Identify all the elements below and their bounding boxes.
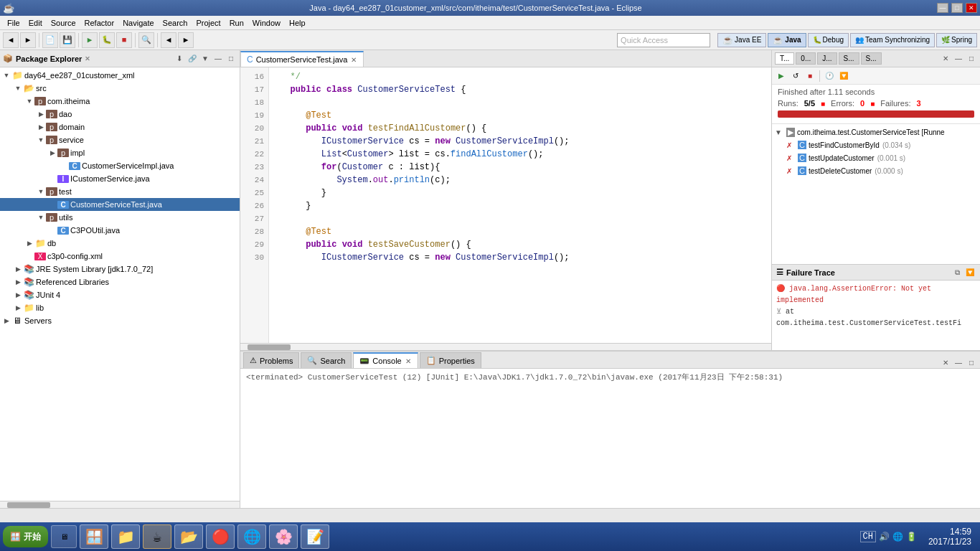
toolbar-search[interactable]: 🔍 — [138, 32, 154, 48]
persp-java-ee[interactable]: ☕ Java EE — [717, 33, 766, 47]
close-button[interactable]: ✕ — [966, 3, 977, 13]
taskbar-app-6[interactable]: 🌐 — [237, 524, 266, 549]
toolbar-forward[interactable]: ▶ — [20, 32, 36, 48]
bottom-min-btn[interactable]: — — [953, 357, 964, 368]
tree-item-domain[interactable]: ▶ p domain — [0, 121, 240, 133]
jt-item-test2[interactable]: ✗ C testUpdateCustomer (0.001 s) — [772, 151, 980, 164]
junit-tab-t[interactable]: T... — [775, 52, 794, 65]
menu-refactor[interactable]: Refactor — [80, 17, 119, 29]
left-scrollbar-thumb[interactable] — [7, 502, 50, 508]
trace-filter-btn[interactable]: 🔽 — [964, 267, 976, 278]
tree-item-service[interactable]: ▼ p service — [0, 133, 240, 146]
junit-filter-button[interactable]: 🔽 — [837, 70, 850, 83]
tree-item-c3p0config[interactable]: X c3p0-config.xml — [0, 250, 240, 263]
tree-item-src[interactable]: ▼ 📂 src — [0, 82, 240, 95]
tree-item-db[interactable]: ▶ 📁 db — [0, 237, 240, 250]
tab-search[interactable]: 🔍 Search — [301, 352, 352, 368]
junit-tab-j[interactable]: J... — [817, 52, 837, 65]
junit-max-button[interactable]: □ — [966, 53, 977, 65]
menu-search[interactable]: Search — [159, 17, 192, 29]
junit-min-button[interactable]: — — [953, 53, 964, 65]
taskbar-app-7[interactable]: 🌸 — [269, 524, 298, 549]
tree-item-root[interactable]: ▼ 📁 day64_ee287_01customer_xml — [0, 69, 240, 82]
editor-scrollbar-h[interactable] — [240, 343, 771, 350]
jt-item-suite[interactable]: ▼ ▶ com.itheima.test.CustomerServiceTest… — [772, 126, 980, 138]
tab-customerservicetest[interactable]: C CustomerServiceTest.java ✕ — [240, 51, 364, 67]
tab-console[interactable]: 📟 Console ✕ — [353, 352, 418, 368]
toolbar-save[interactable]: 💾 — [60, 32, 75, 48]
maximize-button[interactable]: □ — [951, 3, 963, 13]
bottom-max-btn[interactable]: □ — [966, 357, 977, 368]
menu-source[interactable]: Source — [47, 17, 80, 29]
toolbar-new[interactable]: 📄 — [42, 32, 58, 48]
junit-history-button[interactable]: 🕐 — [823, 70, 836, 83]
bottom-close-btn[interactable]: ✕ — [940, 357, 951, 368]
tree-item-junit4[interactable]: ▶ 📚 JUnit 4 — [0, 288, 240, 301]
tree-item-jre[interactable]: ▶ 📚 JRE System Library [jdk1.7.0_72] — [0, 263, 240, 276]
tree-item-customerserviceimpl[interactable]: C CustomerServiceImpl.java — [0, 159, 240, 172]
menu-help[interactable]: Help — [285, 17, 310, 29]
junit-rerun-button[interactable]: ↺ — [789, 70, 802, 83]
tab-close-button[interactable]: ✕ — [350, 56, 357, 64]
menu-edit[interactable]: Edit — [24, 17, 47, 29]
collapse-all-button[interactable]: ⬇ — [174, 53, 185, 65]
console-tab-close[interactable]: ✕ — [405, 357, 412, 365]
panel-menu-button[interactable]: ▼ — [199, 53, 211, 65]
toolbar-prev[interactable]: ◀ — [161, 32, 176, 48]
taskbar-app-2[interactable]: 📁 — [111, 524, 140, 549]
link-editor-button[interactable]: 🔗 — [187, 53, 198, 65]
persp-spring[interactable]: 🌿 Spring — [936, 33, 977, 47]
menu-run[interactable]: Run — [225, 17, 248, 29]
minimize-button[interactable]: — — [937, 3, 948, 13]
trace-copy-btn[interactable]: ⧉ — [951, 267, 963, 278]
panel-min-button[interactable]: — — [212, 53, 224, 65]
taskbar-app-1[interactable]: 🪟 — [80, 524, 108, 549]
jt-item-test1[interactable]: ✗ C testFindCustomerById (0.034 s) — [772, 138, 980, 151]
jt-item-test3[interactable]: ✗ C testDeleteCustomer (0.000 s) — [772, 164, 980, 177]
toolbar-back[interactable]: ◀ — [3, 32, 19, 48]
menu-window[interactable]: Window — [248, 17, 285, 29]
left-panel-scrollbar-h[interactable] — [0, 501, 240, 508]
tree-item-reflibs[interactable]: ▶ 📚 Referenced Libraries — [0, 276, 240, 288]
junit-stop-button[interactable]: ■ — [804, 70, 816, 83]
persp-java[interactable]: ☕ Java — [768, 33, 806, 47]
taskbar-app-5[interactable]: 🔴 — [206, 524, 235, 549]
taskbar-clock[interactable]: 14:59 2017/11/23 — [923, 527, 977, 547]
junit-tab-s1[interactable]: S... — [839, 52, 859, 65]
tab-problems[interactable]: ⚠ Problems — [243, 352, 299, 368]
taskbar-app-4[interactable]: 📂 — [174, 524, 203, 549]
tree-item-customerservicetest[interactable]: C CustomerServiceTest.java — [0, 198, 240, 211]
menu-navigate[interactable]: Navigate — [118, 17, 158, 29]
toolbar-debug[interactable]: 🐛 — [99, 32, 115, 48]
taskbar-app-8[interactable]: 📝 — [301, 524, 329, 549]
menu-file[interactable]: File — [3, 17, 24, 29]
taskbar-show-desktop[interactable]: 🖥 — [51, 525, 77, 548]
tree-item-com[interactable]: ▼ p com.itheima — [0, 95, 240, 108]
tree-item-test[interactable]: ▼ p test — [0, 185, 240, 198]
tree-item-impl[interactable]: ▶ p impl — [0, 146, 240, 159]
lang-indicator[interactable]: CH — [860, 531, 876, 542]
junit-run-button[interactable]: ▶ — [775, 70, 788, 83]
persp-debug[interactable]: 🐛 Debug — [808, 33, 849, 47]
taskbar-app-eclipse[interactable]: ☕ — [143, 524, 171, 549]
tab-properties[interactable]: 📋 Properties — [420, 352, 481, 368]
persp-team-sync[interactable]: 👥 Team Synchronizing — [850, 33, 935, 47]
editor-scroll-thumb[interactable] — [248, 344, 291, 350]
tree-item-servers[interactable]: ▶ 🖥 Servers — [0, 314, 240, 327]
tree-item-lib[interactable]: ▶ 📁 lib — [0, 301, 240, 314]
code-area[interactable]: */ public class CustomerServiceTest { @T… — [269, 67, 771, 343]
junit-tab-s2[interactable]: S... — [861, 52, 882, 65]
junit-close-button[interactable]: ✕ — [940, 53, 951, 65]
tree-item-c3poutil[interactable]: C C3POUtil.java — [0, 224, 240, 237]
tree-item-dao[interactable]: ▶ p dao — [0, 108, 240, 121]
toolbar-run[interactable]: ▶ — [82, 32, 98, 48]
menu-project[interactable]: Project — [192, 17, 225, 29]
panel-max-button[interactable]: □ — [225, 53, 237, 65]
junit-tab-0[interactable]: 0... — [796, 52, 816, 65]
tree-item-utils[interactable]: ▼ p utils — [0, 211, 240, 224]
toolbar-next[interactable]: ▶ — [178, 32, 194, 48]
quick-access-input[interactable]: Quick Access — [617, 33, 710, 47]
start-button[interactable]: 🪟 开始 — [3, 526, 48, 547]
tree-item-icustomerservice[interactable]: I ICustomerService.java — [0, 172, 240, 185]
toolbar-stop[interactable]: ■ — [116, 32, 132, 48]
